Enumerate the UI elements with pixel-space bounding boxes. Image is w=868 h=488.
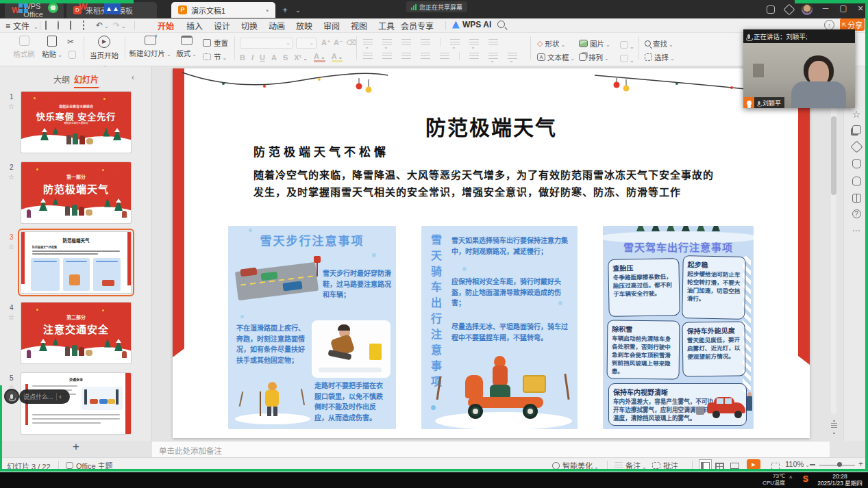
font-color-button[interactable]: A [314,52,325,62]
slides-tab[interactable]: 幻灯片 [74,73,99,88]
section-button[interactable]: 节 [203,51,227,62]
font-increase-button[interactable]: A⁺ [321,38,331,47]
paste-button[interactable]: 粘贴 [40,36,64,59]
next-slide-button[interactable]: • [833,430,835,436]
slide-thumbnail-2[interactable]: 第一部分 防范极端天气 [21,162,132,224]
zoom-slider-thumb[interactable] [837,462,842,467]
slide-subtitle[interactable]: 防范极端天气不松懈 [253,142,389,159]
undo-button[interactable]: ↶ [96,21,109,30]
increase-indent-icon[interactable] [421,39,430,47]
star-icon[interactable]: ☆ [8,103,14,110]
design-skin-icon[interactable] [852,159,861,169]
slide-canvas[interactable]: 防范极端天气 防范极端天气不松懈 随着冷空气的来临，降雪降温、大风等恶劣天气增多… [173,68,810,438]
tab-presentation1[interactable]: P 演示文稿1 • [171,2,275,18]
align-right-icon[interactable] [401,53,411,60]
italic-button[interactable]: I [251,53,253,62]
card-driving[interactable]: 雪天驾车出行注意事项 查胎压冬季路面摩擦系数低，胎压过高过低，都不利于车辆安全行… [603,226,754,429]
copy-icon[interactable] [69,51,76,59]
picture-button[interactable]: 图片 [579,38,610,49]
collapse-panel-icon[interactable]: ‹ [132,73,134,82]
tray-expand-icon[interactable]: ^ [789,475,792,482]
tab-transition[interactable]: 切换 [241,20,258,31]
textbox-button[interactable]: A文本框 [537,52,575,62]
slide-title[interactable]: 防范极端天气 [173,111,810,141]
wps-ai-tab[interactable]: WPS AI [452,20,491,29]
slide-thumbnail-1[interactable]: 寒假安全教育主题班会 快乐寒假 安全先行 寒假安全教育主题班会 [21,91,132,153]
card-riding[interactable]: 雪天骑车出行注意事项 雪天如果选择骑车出行要保持注意力集中，时刻观察路况，减速慢… [421,226,578,429]
star-icon[interactable]: ☆ [8,173,14,181]
chat-input-pill[interactable]: 说点什么... ‹ [19,389,70,404]
slide-body-text[interactable]: 随着冷空气的来临，降雪降温、大风等恶劣天气增多，为了有效防范雨雪冰冻天气下安全事… [253,166,721,201]
font-name-combo[interactable] [240,38,293,49]
insert-chart-icon-disabled[interactable] [620,39,634,51]
tab-view[interactable]: 视图 [351,20,367,31]
more-tools-icon[interactable]: ⋯ [852,226,861,235]
layout-button[interactable]: 版式 [174,36,199,58]
tab-design[interactable]: 设计 [214,20,230,31]
align-left-icon[interactable] [363,53,373,60]
voice-chat-button[interactable] [4,389,19,404]
cube-widget-icon[interactable] [780,1,798,18]
new-slide-button[interactable]: + 新建幻灯片 [129,36,171,58]
notes-splitter-handle[interactable] [831,423,837,428]
zoom-level[interactable]: 110% [785,460,810,468]
tray-s-icon[interactable]: S [803,474,808,484]
add-slide-button[interactable]: + [67,440,85,454]
char-spacing-button[interactable]: A [271,53,277,62]
collapse-chat-icon[interactable]: ‹ [60,393,62,400]
star-icon[interactable]: ☆ [8,313,14,321]
tab-review[interactable]: 审阅 [323,20,340,31]
outline-tab[interactable]: 大纲 [53,73,70,85]
line-spacing-icon[interactable] [469,39,479,47]
robot-assistant-icon[interactable] [762,1,780,18]
find-button[interactable]: 查找 [645,38,673,49]
arrange-button[interactable]: 排列 [579,52,609,62]
cpu-temp-tray[interactable]: 73℃CPU温度 [754,473,785,487]
vertical-align-icon[interactable] [469,53,479,60]
account-avatar[interactable] [798,1,816,18]
print-icon[interactable] [70,21,71,29]
slide-thumbnail-4[interactable]: 第二部分 注意交通安全 [21,302,132,364]
superscript-button[interactable]: X² [294,53,308,62]
clear-format-icon[interactable]: ⌫ [346,38,357,47]
tab-slideshow[interactable]: 放映 [296,20,312,31]
tab-home[interactable]: 开始 [158,20,174,34]
paragraph-settings-icon[interactable] [508,53,517,60]
help-icon[interactable]: ? [852,209,861,219]
font-size-combo[interactable] [296,38,317,49]
reset-button[interactable]: 重置 [203,38,228,48]
print-preview-icon[interactable] [83,21,84,29]
smart-numbering-icon[interactable] [488,53,498,60]
slide-scrollbar-thumb[interactable] [831,116,836,195]
play-from-current-button[interactable]: ▶ 当页开始 [88,36,121,68]
justify-icon[interactable] [421,53,430,60]
tab-tools[interactable]: 工具 [378,20,395,31]
card-walking[interactable]: 雪天步行注意事项 雪天步行时最好穿防滑鞋，过马路要注意路况和车辆； 不在湿滑路面… [228,226,396,429]
align-center-icon[interactable] [382,53,392,60]
columns-icon[interactable] [488,39,498,47]
underline-button[interactable]: U [260,53,265,62]
template-skin-icon[interactable] [852,177,861,186]
distribute-icon[interactable] [440,53,449,60]
strikethrough-button[interactable]: S [283,53,288,62]
layout-pane-icon[interactable] [852,194,861,203]
font-decrease-button[interactable]: A⁻ [334,38,343,47]
favorites-star-icon[interactable]: ☆ [852,110,861,119]
tab-member[interactable]: 会员专享 [401,20,434,31]
cut-icon[interactable]: ✂ [67,37,74,47]
tab-animation[interactable]: 动画 [269,20,285,31]
file-menu[interactable]: ≡文件 [5,20,38,31]
shapes-button[interactable]: ◇形状 [537,38,565,49]
tab-insert[interactable]: 插入 [186,20,203,31]
bullet-list-icon[interactable] [363,39,373,47]
zoom-out-button[interactable] [810,464,815,465]
slide-thumbnail-3-selected[interactable]: 防范极端天气 防范极端天气不松懈 [21,231,132,294]
select-button[interactable]: 选择 [645,52,675,62]
notes-area[interactable]: 单击此处添加备注 [152,441,830,457]
save-icon[interactable] [45,21,47,29]
format-painter-button[interactable]: 格式刷 [11,36,37,59]
redo-button[interactable]: ↷ [113,21,126,30]
play-slideshow-button[interactable]: ▶ [747,459,760,470]
bold-button[interactable]: B [240,53,245,62]
text-direction-icon[interactable] [450,39,460,47]
